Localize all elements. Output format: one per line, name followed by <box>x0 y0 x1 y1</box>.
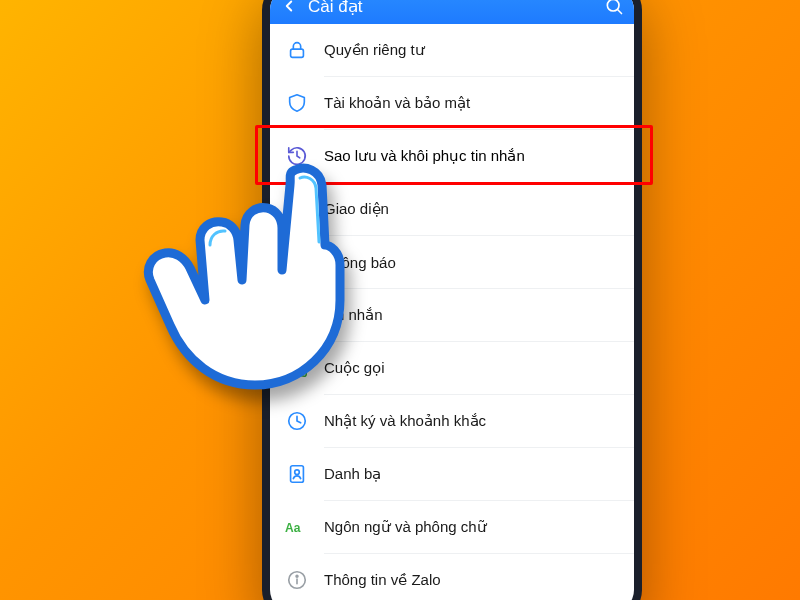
phone-frame: Cài đặt Quyền riêng tư Tài khoản và bảo … <box>262 0 642 600</box>
svg-text:Aa: Aa <box>285 521 301 535</box>
row-timeline[interactable]: Nhật ký và khoảnh khắc <box>270 395 634 447</box>
row-backup-restore[interactable]: Sao lưu và khôi phục tin nhắn <box>270 130 634 182</box>
row-label: Tài khoản và bảo mật <box>324 94 470 112</box>
svg-point-15 <box>296 575 298 577</box>
back-icon[interactable] <box>280 0 298 15</box>
row-label: Thông báo <box>324 254 396 271</box>
svg-point-5 <box>296 204 298 206</box>
settings-list: Quyền riêng tư Tài khoản và bảo mật Sao … <box>270 24 634 600</box>
phone-icon <box>284 355 310 381</box>
settings-header: Cài đặt <box>270 0 634 24</box>
row-contacts[interactable]: Danh bạ <box>270 448 634 500</box>
row-language-font[interactable]: Aa Ngôn ngữ và phông chữ <box>270 501 634 553</box>
row-label: Quyền riêng tư <box>324 41 425 59</box>
font-icon: Aa <box>284 514 310 540</box>
lock-icon <box>284 37 310 63</box>
contacts-icon <box>284 461 310 487</box>
row-account-security[interactable]: Tài khoản và bảo mật <box>270 77 634 129</box>
row-label: Cuộc gọi <box>324 359 385 377</box>
row-label: Tin nhắn <box>324 306 382 324</box>
row-calls[interactable]: Cuộc gọi <box>270 342 634 394</box>
row-label: Giao diện <box>324 200 389 218</box>
search-icon[interactable] <box>604 0 624 16</box>
header-title: Cài đặt <box>308 0 604 17</box>
row-label: Ngôn ngữ và phông chữ <box>324 518 487 536</box>
shield-icon <box>284 90 310 116</box>
clock-icon <box>284 408 310 434</box>
row-interface[interactable]: Giao diện <box>270 183 634 235</box>
row-privacy[interactable]: Quyền riêng tư <box>270 24 634 76</box>
row-label: Thông tin về Zalo <box>324 571 441 589</box>
svg-point-4 <box>292 206 294 208</box>
bell-icon <box>284 249 310 275</box>
history-icon <box>284 143 310 169</box>
svg-point-11 <box>295 470 300 475</box>
svg-point-6 <box>300 206 302 208</box>
chat-icon <box>284 302 310 328</box>
row-notifications[interactable]: Thông báo <box>270 236 634 288</box>
svg-rect-2 <box>291 49 304 57</box>
row-label: Nhật ký và khoảnh khắc <box>324 412 486 430</box>
info-icon <box>284 567 310 593</box>
palette-icon <box>284 196 310 222</box>
row-label: Danh bạ <box>324 465 381 483</box>
row-label: Sao lưu và khôi phục tin nhắn <box>324 147 525 165</box>
svg-line-1 <box>618 10 622 14</box>
phone-screen: Cài đặt Quyền riêng tư Tài khoản và bảo … <box>270 0 634 600</box>
row-about[interactable]: Thông tin về Zalo <box>270 554 634 600</box>
row-messages[interactable]: Tin nhắn <box>270 289 634 341</box>
